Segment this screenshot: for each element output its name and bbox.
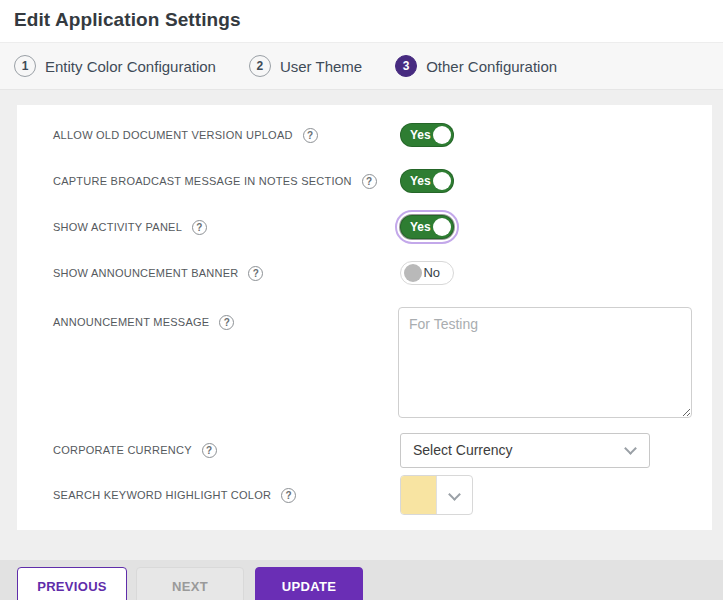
step-1-label: Entity Color Configuration [45, 58, 216, 75]
help-icon[interactable]: ? [202, 443, 217, 458]
toggle-state-label: Yes [410, 215, 431, 239]
toggle-allow-old-document-version-upload[interactable]: Yes [400, 123, 454, 147]
next-button[interactable]: NEXT [136, 567, 244, 600]
label-show-activity-panel: SHOW ACTIVITY PANEL ? [53, 217, 207, 237]
footer-action-bar: PREVIOUS NEXT UPDATE [0, 560, 723, 600]
step-3-number-badge: 3 [395, 55, 417, 77]
page-title: Edit Application Settings [14, 9, 241, 31]
label-search-keyword-highlight-color: SEARCH KEYWORD HIGHLIGHT COLOR ? [53, 485, 296, 505]
chevron-down-icon [448, 488, 461, 501]
help-icon[interactable]: ? [219, 315, 234, 330]
color-swatch [401, 476, 437, 514]
wizard-stepper: 1 Entity Color Configuration 2 User Them… [0, 42, 723, 90]
step-3-label: Other Configuration [426, 58, 557, 75]
corporate-currency-select[interactable]: Select Currency [400, 433, 650, 468]
label-allow-old-document-version-upload: ALLOW OLD DOCUMENT VERSION UPLOAD ? [53, 125, 318, 145]
help-icon[interactable]: ? [281, 488, 296, 503]
toggle-state-label: Yes [410, 169, 431, 193]
toggle-knob [433, 126, 451, 144]
toggle-knob [433, 218, 451, 236]
label-show-announcement-banner: SHOW ANNOUNCEMENT BANNER ? [53, 263, 263, 283]
label-capture-broadcast-message: CAPTURE BROADCAST MESSAGE IN NOTES SECTI… [53, 171, 377, 191]
announcement-message-textarea[interactable] [398, 307, 692, 418]
step-1-number-badge: 1 [14, 55, 36, 77]
toggle-capture-broadcast-message[interactable]: Yes [400, 169, 454, 193]
step-2-number-badge: 2 [249, 55, 271, 77]
toggle-state-label: No [423, 261, 440, 285]
step-2-label: User Theme [280, 58, 362, 75]
label-corporate-currency: CORPORATE CURRENCY ? [53, 440, 217, 460]
label-announcement-message: ANNOUNCEMENT MESSAGE ? [53, 312, 234, 332]
title-bar: Edit Application Settings [0, 0, 723, 42]
other-configuration-panel: ALLOW OLD DOCUMENT VERSION UPLOAD ? Yes … [17, 105, 712, 530]
toggle-show-announcement-banner[interactable]: No [400, 261, 454, 285]
content-background: ALLOW OLD DOCUMENT VERSION UPLOAD ? Yes … [0, 90, 723, 560]
chevron-down-icon [624, 442, 637, 455]
step-user-theme[interactable]: 2 User Theme [249, 55, 362, 77]
step-other-configuration[interactable]: 3 Other Configuration [395, 55, 557, 77]
help-icon[interactable]: ? [303, 128, 318, 143]
toggle-knob [404, 264, 422, 282]
highlight-color-picker[interactable] [400, 475, 473, 515]
edit-application-settings-page: Edit Application Settings 1 Entity Color… [0, 0, 723, 600]
help-icon[interactable]: ? [362, 174, 377, 189]
step-entity-color-configuration[interactable]: 1 Entity Color Configuration [14, 55, 216, 77]
update-button[interactable]: UPDATE [255, 567, 363, 600]
help-icon[interactable]: ? [192, 220, 207, 235]
toggle-state-label: Yes [410, 123, 431, 147]
help-icon[interactable]: ? [248, 266, 263, 281]
selected-currency-value: Select Currency [413, 434, 513, 467]
toggle-show-activity-panel[interactable]: Yes [400, 215, 454, 239]
toggle-knob [433, 172, 451, 190]
previous-button[interactable]: PREVIOUS [17, 567, 127, 600]
